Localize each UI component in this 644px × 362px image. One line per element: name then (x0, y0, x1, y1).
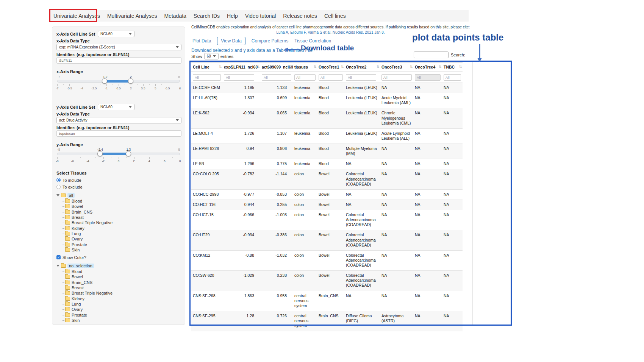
entries-select[interactable]: 60 (204, 53, 219, 59)
filter-input-cell-line[interactable] (193, 74, 221, 81)
sort-icon[interactable]: ⇅ (459, 65, 462, 69)
slider-tick (113, 84, 113, 85)
tree-root-no-selection[interactable]: no_selection (56, 263, 181, 269)
column-header-tissues[interactable]: tissues⇅ (293, 62, 317, 72)
column-header-oncotree2[interactable]: OncoTree2⇅ (344, 62, 380, 72)
tree-item-lung[interactable]: Lung (65, 301, 181, 307)
filter-input-tnbc[interactable] (444, 74, 461, 81)
tree-item-ovary[interactable]: Ovary (65, 236, 181, 242)
sort-icon[interactable]: ⇅ (219, 65, 222, 69)
radio-to-exclude[interactable]: To exclude (56, 184, 181, 190)
tree-item-brain-cns[interactable]: Brain_CNS (65, 280, 181, 285)
tree-item-skin[interactable]: Skin (65, 247, 181, 253)
table-row[interactable]: LE:MOLT-41.7261.107leukemiaBloodLeukemia… (191, 128, 463, 144)
show-color-checkbox-row[interactable]: Show Color? (56, 254, 181, 260)
nav-item-search-ids[interactable]: Search IDs (194, 13, 220, 19)
slider-handle-low[interactable] (102, 78, 107, 84)
table-row[interactable]: CO:SW-620-1.0290.238colonBowelColorectal… (191, 271, 463, 291)
column-header-oncotree4[interactable]: OncoTree4⇅ (413, 62, 442, 72)
tree-item-breast-triple-negative[interactable]: Breast Triple Negative (65, 220, 181, 225)
table-row[interactable]: LE:HL-60(TB)1.3070.699leukemiaBloodLeuke… (191, 93, 463, 108)
x-identifier-input[interactable] (56, 57, 181, 64)
sort-icon[interactable]: ⇅ (289, 65, 292, 69)
tree-toggle-icon[interactable] (56, 194, 59, 197)
tree-item-prostate[interactable]: Prostate (65, 312, 181, 317)
filter-input-act609699-nci60[interactable] (262, 74, 291, 81)
tree-toggle-icon[interactable] (56, 265, 59, 267)
tree-item-skin[interactable]: Skin (65, 318, 181, 323)
column-header-oncotree3[interactable]: OncoTree3⇅ (380, 62, 413, 72)
folder-icon (65, 281, 70, 284)
y-cell-line-set-select[interactable]: NCI-60 (98, 104, 134, 110)
tree-item-kidney[interactable]: Kidney (65, 225, 181, 231)
tab-compare-patterns[interactable]: Compare Patterns (252, 37, 288, 45)
nav-item-help[interactable]: Help (227, 13, 238, 19)
sort-icon[interactable]: ⇅ (341, 65, 344, 69)
filter-input-oncotree4[interactable] (415, 74, 441, 81)
table-row[interactable]: LE:CCRF-CEM1.1951.133leukemiaBloodLeukem… (191, 83, 463, 93)
nav-item-cell-lines[interactable]: Cell lines (324, 13, 346, 19)
table-row[interactable]: CO:HCC-2998-0.977-0.853colonBowelNANANAN… (191, 189, 463, 200)
nav-item-release-notes[interactable]: Release notes (283, 13, 317, 19)
column-header-tnbc[interactable]: TNBC⇅ (442, 62, 463, 72)
filter-input-oncotree1[interactable] (319, 74, 343, 81)
download-tab-delimited-link[interactable]: Download selected x and y axis data as a… (191, 48, 313, 53)
tree-item-ovary[interactable]: Ovary (65, 307, 181, 312)
table-row[interactable]: CO:KM12-0.88-1.032colonBowelColorectal A… (191, 250, 463, 270)
slider-handle-high[interactable] (126, 151, 131, 156)
tree-item-breast-triple-negative[interactable]: Breast Triple Negative (65, 290, 181, 296)
column-header-act609699-nci60[interactable]: act609699_nci60⇅ (260, 62, 293, 72)
search-input[interactable] (414, 51, 449, 58)
filter-input-tissues[interactable] (294, 74, 316, 81)
filter-input-oncotree2[interactable] (346, 74, 376, 81)
sort-icon[interactable]: ⇅ (257, 65, 260, 69)
filter-input-expslfn11-nci60[interactable] (224, 74, 254, 81)
tree-item-brain-cns[interactable]: Brain_CNS (65, 209, 181, 215)
radio-to-include[interactable]: To include (56, 177, 181, 183)
tree-item-breast[interactable]: Breast (65, 215, 181, 220)
sort-icon[interactable]: ⇅ (410, 65, 413, 69)
table-row[interactable]: CO:HCT-15-0.966-1.003colonBowelColorecta… (191, 210, 463, 230)
tree-root-all[interactable]: all (56, 192, 181, 198)
sort-icon[interactable]: ⇅ (439, 65, 442, 69)
tree-item-blood[interactable]: Blood (65, 269, 181, 274)
tree-item-blood[interactable]: Blood (65, 198, 181, 204)
tree-item-bowel[interactable]: Bowel (65, 204, 181, 209)
nav-item-metadata[interactable]: Metadata (164, 13, 186, 19)
table-row[interactable]: CNS:SF-2951.280.726central nervous syste… (191, 311, 463, 331)
nav-item-multivariate-analyses[interactable]: Multivariate Analyses (107, 13, 157, 19)
x-cell-line-set-select[interactable]: NCI-60 (98, 31, 134, 37)
sort-icon[interactable]: ⇅ (377, 65, 380, 69)
tree-root-label[interactable]: all (67, 193, 75, 198)
tree-item-kidney[interactable]: Kidney (65, 296, 181, 301)
table-row[interactable]: LE:SR1.2960.775leukemiaBloodNANANANA (191, 159, 463, 169)
y-identifier-input[interactable] (56, 130, 181, 137)
tree-item-bowel[interactable]: Bowel (65, 274, 181, 279)
tab-plot-data[interactable]: Plot Data (192, 37, 211, 45)
tree-item-breast[interactable]: Breast (65, 285, 181, 290)
slider-range-bar[interactable] (105, 80, 131, 83)
filter-input-oncotree3[interactable] (381, 74, 412, 81)
nav-item-video-tutorial[interactable]: Video tutorial (245, 13, 276, 19)
page-edge-divider (472, 62, 473, 325)
column-header-cell-line[interactable]: Cell Line⇅ (191, 62, 222, 72)
sort-icon[interactable]: ⇅ (314, 65, 317, 69)
slider-range-bar[interactable] (100, 153, 128, 155)
table-row[interactable]: LE:K-562-0.9340.065leukemiaBloodLeukemia… (191, 108, 463, 128)
y-data-type-select[interactable]: act: Drug Activity (56, 117, 181, 123)
tree-root-label[interactable]: no_selection (67, 264, 94, 268)
column-header-oncotree1[interactable]: OncoTree1⇅ (317, 62, 344, 72)
table-row[interactable]: CO:COLO 205-0.782-1.144colonBowelColorec… (191, 169, 463, 189)
table-row[interactable]: CNS:SF-2681.8630.958central nervous syst… (191, 291, 463, 311)
table-row[interactable]: CO:HT29-0.934-0.386colonBowelColorectal … (191, 230, 463, 250)
slider-handle-low[interactable] (97, 151, 103, 156)
tab-view-data[interactable]: View Data (217, 37, 245, 45)
tree-item-prostate[interactable]: Prostate (65, 242, 181, 247)
x-data-type-select[interactable]: exp: mRNA Expression (Z-Score) (56, 44, 181, 50)
tree-item-lung[interactable]: Lung (65, 231, 181, 236)
table-row[interactable]: LE:RPMI-8226-0.94-0.806leukemiaBloodMult… (191, 144, 463, 159)
slider-handle-high[interactable] (128, 78, 133, 84)
table-cell: colon (293, 230, 317, 250)
table-row[interactable]: CO:HCT-116-0.9440.255colonBowelNANANANA (191, 200, 463, 210)
column-header-expslfn11-nci60[interactable]: expSLFN11_nci60⇅ (222, 62, 260, 72)
